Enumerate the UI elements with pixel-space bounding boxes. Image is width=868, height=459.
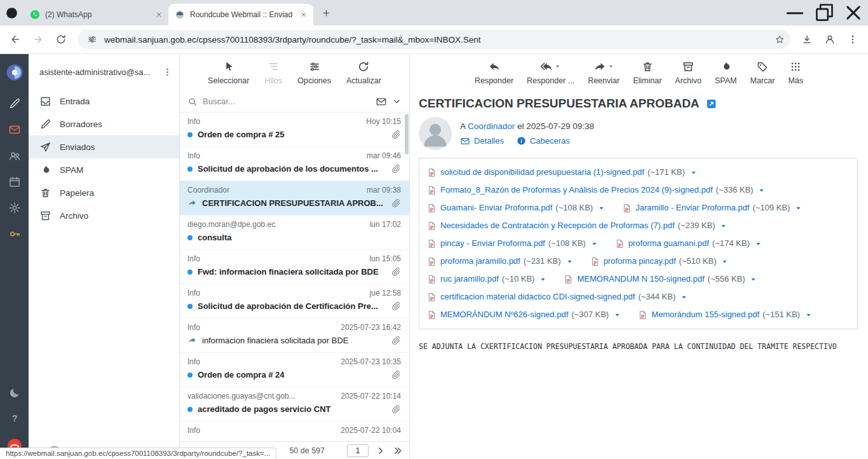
list-toolbar-button[interactable]: Opciones [297, 60, 331, 85]
message-toolbar-button[interactable]: Responder [475, 60, 513, 85]
next-page-icon[interactable] [376, 446, 386, 456]
attachment-menu-icon[interactable] [590, 240, 599, 248]
profile-icon[interactable] [820, 30, 839, 49]
site-settings-icon[interactable] [84, 31, 100, 48]
folder-item[interactable]: Entrada [29, 90, 179, 113]
details-toggle[interactable]: Detalles [460, 136, 504, 146]
attachment-item[interactable]: proforma jaramillo.pdf (~231 KB) [427, 252, 574, 270]
message-row[interactable]: validaciones.guayas@cnt.gob... 2025-07-2… [180, 387, 409, 421]
attachment-link[interactable]: Formato_8_Razón de Proformas y Análisis … [440, 181, 713, 199]
message-row[interactable]: Info mar 09:46 Solicitud de aprobación d… [180, 147, 409, 181]
headers-toggle[interactable]: Cabeceras [517, 136, 570, 146]
message-toolbar-button[interactable]: Marcar [750, 60, 775, 85]
tab-close-icon[interactable] [153, 10, 164, 20]
dark-mode-moon-icon[interactable] [8, 387, 21, 399]
list-toolbar-button[interactable]: Hilos [264, 60, 282, 85]
attachment-link[interactable]: Jaramillo - Enviar Proforma.pdf [635, 199, 749, 217]
list-toolbar-button[interactable]: Seleccionar [208, 60, 249, 85]
attachment-menu-icon[interactable] [689, 168, 698, 177]
account-menu-icon[interactable] [162, 67, 173, 78]
message-row[interactable]: Coordinador mar 09:38 CERTIFICACION PRES… [180, 181, 409, 216]
message-toolbar-button[interactable]: Responder ... [527, 60, 574, 85]
attachment-link[interactable]: solicitud de disponibilidad presupuestar… [440, 163, 644, 181]
attachment-item[interactable]: certificacion material didactico CDI-sig… [427, 288, 688, 306]
message-row[interactable]: Info 2025-07-22 10:04 [180, 421, 409, 441]
message-row[interactable]: Info lun 15:05 Fwd: informacion finacier… [180, 250, 409, 284]
dropdown-caret-icon[interactable] [554, 63, 561, 70]
attachment-item[interactable]: proforma guamani.pdf (~174 KB) [615, 235, 763, 252]
folder-item[interactable]: Borradores [29, 113, 179, 135]
attachment-menu-icon[interactable] [680, 293, 688, 301]
open-in-new-window-icon[interactable] [706, 99, 717, 109]
page-number-input[interactable] [347, 444, 369, 457]
attachment-link[interactable]: MEMORÁNDUM Nº626-signed.pdf [440, 306, 568, 324]
attachment-menu-icon[interactable] [566, 257, 574, 266]
attachment-menu-icon[interactable] [539, 275, 547, 284]
browser-menu-icon[interactable] [843, 30, 862, 49]
attachment-link[interactable]: Guamani- Enviar Proforma.pdf [440, 199, 552, 217]
attachment-item[interactable]: solicitud de disponibilidad presupuestar… [427, 163, 698, 181]
pencil-icon[interactable] [8, 97, 21, 110]
message-row[interactable]: Info jue 12:58 Solicitud de aprobación d… [180, 284, 409, 319]
attachment-item[interactable]: Memorándum 155-signed.pdf (~151 KB) [638, 306, 813, 324]
attachment-item[interactable]: ruc jaramillo.pdf (~10 KB) [427, 270, 547, 288]
attachment-link[interactable]: proforma pincay.pdf [604, 252, 676, 270]
search-input[interactable] [203, 97, 370, 106]
tab-whatsapp[interactable]: (2) WhatsApp [24, 4, 168, 25]
attachment-link[interactable]: proforma jaramillo.pdf [440, 252, 520, 270]
folder-item[interactable]: Papelera [29, 181, 179, 204]
message-toolbar-button[interactable]: SPAM [715, 60, 737, 85]
attachment-link[interactable]: Memorándum 155-signed.pdf [651, 306, 759, 324]
attachment-menu-icon[interactable] [719, 222, 728, 230]
attachment-item[interactable]: Necesidades de Contratación y Recepción … [427, 217, 728, 235]
attachment-item[interactable]: MEMORANDUM N 150-signed.pdf (~556 KB) [564, 270, 757, 288]
attachment-menu-icon[interactable] [613, 311, 621, 319]
folder-item[interactable]: Enviados [29, 135, 179, 158]
attachment-item[interactable]: proforma pincay.pdf (~510 KB) [590, 252, 729, 270]
attachment-menu-icon[interactable] [597, 204, 606, 212]
reload-icon[interactable] [51, 30, 71, 49]
list-scrollbar[interactable] [405, 114, 409, 441]
attachment-link[interactable]: ruc jaramillo.pdf [440, 270, 499, 288]
folder-item[interactable]: SPAM [29, 158, 179, 181]
attachment-item[interactable]: pincay - Enviar Proforma.pdf (~108 KB) [427, 235, 599, 252]
recipient-link[interactable]: Coordinador [468, 121, 515, 131]
message-toolbar-button[interactable]: Archivo [675, 60, 702, 85]
people-icon[interactable] [8, 149, 21, 162]
downloads-icon[interactable] [797, 30, 817, 49]
attachment-menu-icon[interactable] [754, 240, 763, 248]
back-icon[interactable] [6, 30, 25, 49]
message-toolbar-button[interactable]: Reenviar [588, 60, 620, 85]
attachment-link[interactable]: pincay - Enviar Proforma.pdf [440, 235, 545, 252]
key-icon[interactable] [8, 228, 21, 240]
tab-close-icon[interactable] [298, 10, 309, 20]
message-toolbar-button[interactable]: Más [788, 60, 803, 85]
last-page-icon[interactable] [393, 446, 403, 456]
list-toolbar-button[interactable]: Actualizar [346, 60, 381, 85]
attachment-menu-icon[interactable] [794, 204, 803, 212]
attachment-menu-icon[interactable] [721, 257, 729, 266]
message-row[interactable]: Info 2025-07-23 10:35 Orden de compra # … [180, 353, 409, 387]
close-window-button[interactable] [839, 0, 868, 25]
message-toolbar-button[interactable]: Eliminar [633, 60, 661, 85]
attachment-item[interactable]: Formato_8_Razón de Proformas y Análisis … [427, 181, 766, 199]
attachment-item[interactable]: MEMORÁNDUM Nº626-signed.pdf (~307 KB) [427, 306, 621, 324]
url-text[interactable]: webmail.sanjuan.gob.ec/cpsess7001108393/… [104, 35, 768, 45]
forward-icon[interactable] [29, 30, 48, 49]
message-row[interactable]: Info 2025-07-23 16:42 informacion finaci… [180, 319, 409, 353]
address-bar[interactable]: webmail.sanjuan.gob.ec/cpsess7001108393/… [78, 30, 790, 49]
attachment-link[interactable]: MEMORANDUM N 150-signed.pdf [577, 270, 704, 288]
search-options-chevron-icon[interactable] [392, 97, 402, 106]
folder-item[interactable]: Archivo [29, 204, 179, 227]
minimize-button[interactable] [780, 0, 810, 25]
attachment-menu-icon[interactable] [749, 275, 757, 284]
message-row[interactable]: Info Hoy 10:15 Orden de compra # 25 [180, 113, 409, 147]
attachment-menu-icon[interactable] [804, 311, 813, 319]
help-icon[interactable]: ? [8, 412, 21, 425]
attachment-link[interactable]: Necesidades de Contratación y Recepción … [440, 217, 675, 235]
org-logo[interactable] [5, 63, 24, 82]
envelope-icon[interactable] [8, 123, 21, 136]
attachment-item[interactable]: Guamani- Enviar Proforma.pdf (~108 KB) [427, 199, 606, 217]
attachment-link[interactable]: certificacion material didactico CDI-sig… [440, 288, 635, 306]
gear-icon[interactable] [8, 202, 21, 214]
